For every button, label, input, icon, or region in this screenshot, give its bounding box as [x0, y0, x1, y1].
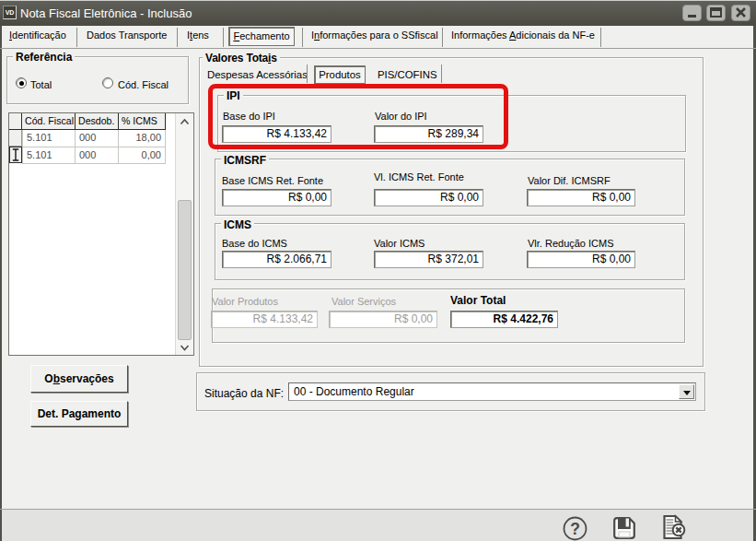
svg-text:?: ?	[570, 520, 580, 538]
